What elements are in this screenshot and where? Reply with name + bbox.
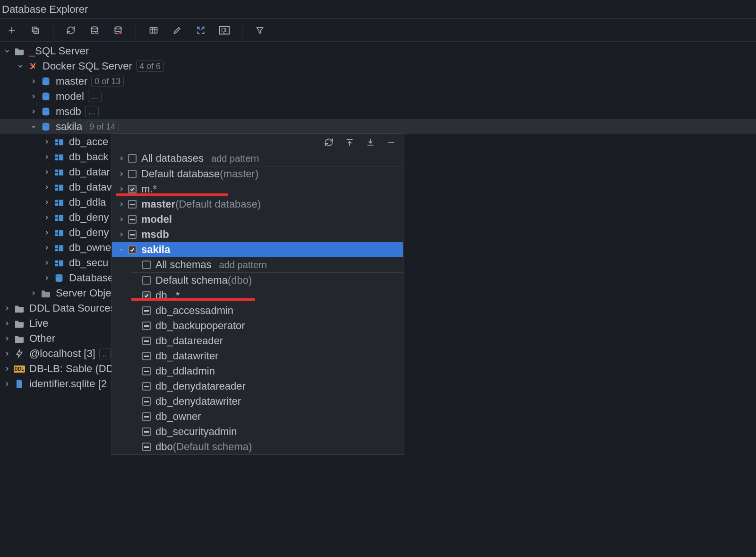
popup-row[interactable]: db_ddladmin xyxy=(112,364,403,379)
svg-point-6 xyxy=(115,26,121,29)
expand-arrow[interactable] xyxy=(29,77,38,86)
checkbox[interactable] xyxy=(128,215,137,224)
popup-row[interactable]: dbo (Default schema) xyxy=(112,439,403,454)
checkbox[interactable] xyxy=(142,382,151,391)
tree-row[interactable]: _SQL Server xyxy=(0,44,756,59)
tree-row[interactable]: master0 of 13 xyxy=(0,74,756,89)
svg-rect-41 xyxy=(55,230,58,233)
expand-arrow[interactable] xyxy=(29,122,38,131)
stack-refresh-icon[interactable] xyxy=(88,24,101,36)
add-pattern-link[interactable]: add pattern xyxy=(211,153,259,164)
expand-arrow[interactable] xyxy=(43,168,51,176)
popup-row[interactable]: msdb xyxy=(112,227,403,242)
popup-label: master xyxy=(141,198,175,210)
expand-arrow[interactable] xyxy=(117,186,126,192)
expand-arrow[interactable] xyxy=(43,198,51,207)
schema-icon xyxy=(53,151,65,163)
popup-row[interactable]: sakila xyxy=(112,242,403,257)
svg-rect-38 xyxy=(55,215,58,218)
checkbox[interactable] xyxy=(142,276,151,285)
expand-arrow[interactable] xyxy=(43,259,51,267)
refresh-icon[interactable] xyxy=(65,24,77,36)
expand-arrow[interactable] xyxy=(3,349,11,358)
collapse-all-icon[interactable] xyxy=(365,137,376,148)
table-icon[interactable] xyxy=(147,24,160,36)
duplicate-icon[interactable] xyxy=(29,24,42,36)
add-pattern-link[interactable]: add pattern xyxy=(219,260,267,270)
expand-arrow[interactable] xyxy=(117,216,126,223)
popup-row[interactable]: db_denydatawriter xyxy=(112,394,403,409)
expand-arrow[interactable] xyxy=(3,319,11,328)
new-datasource-icon[interactable] xyxy=(6,24,18,36)
expand-arrow[interactable] xyxy=(43,244,51,252)
checkbox[interactable] xyxy=(142,397,151,406)
checkbox[interactable] xyxy=(142,443,151,451)
refresh-icon[interactable] xyxy=(324,137,334,148)
expand-arrow[interactable] xyxy=(29,92,38,101)
expand-arrow[interactable] xyxy=(117,171,126,177)
popup-row[interactable]: db_backupoperator xyxy=(112,318,403,333)
expand-arrow[interactable] xyxy=(3,334,11,343)
sqlite-icon xyxy=(13,378,26,390)
expand-arrow[interactable] xyxy=(43,183,51,191)
popup-row[interactable]: db_datareader xyxy=(112,333,403,348)
expand-arrow[interactable] xyxy=(3,365,11,373)
popup-row[interactable]: db_datawriter xyxy=(112,348,403,364)
schema-icon xyxy=(53,226,65,239)
expand-arrow[interactable] xyxy=(43,213,51,222)
expand-arrow[interactable] xyxy=(3,304,11,313)
popup-row[interactable]: db_owner xyxy=(112,409,403,424)
checkbox[interactable] xyxy=(142,427,151,436)
checkbox[interactable] xyxy=(142,337,151,345)
expand-arrow[interactable] xyxy=(117,155,126,162)
popup-row[interactable]: master (Default database) xyxy=(112,197,403,212)
checkbox[interactable] xyxy=(128,245,137,254)
checkbox[interactable] xyxy=(128,170,137,178)
expand-arrow[interactable] xyxy=(3,47,11,55)
checkbox[interactable] xyxy=(142,322,151,330)
popup-row[interactable]: model xyxy=(112,212,403,227)
popup-row[interactable]: Default schema (dbo) xyxy=(112,273,403,288)
popup-label: db_securityadmin xyxy=(155,426,237,438)
checkbox[interactable] xyxy=(142,412,151,421)
folder-link-icon xyxy=(40,287,52,299)
checkbox[interactable] xyxy=(142,306,151,315)
expand-arrow[interactable] xyxy=(43,138,51,146)
filter-icon[interactable] xyxy=(254,24,266,36)
expand-arrow[interactable] xyxy=(117,246,126,253)
popup-row[interactable]: All databasesadd pattern xyxy=(112,151,403,166)
checkbox[interactable] xyxy=(128,230,137,239)
checkbox[interactable] xyxy=(128,200,137,209)
expand-arrow[interactable] xyxy=(43,153,51,161)
tree-row[interactable]: msdb... xyxy=(0,104,756,119)
popup-row[interactable]: db_securityadmin xyxy=(112,424,403,439)
expand-all-icon[interactable] xyxy=(344,137,355,148)
popup-row[interactable]: db_denydatareader xyxy=(112,379,403,394)
checkbox[interactable] xyxy=(128,185,137,193)
expand-arrow[interactable] xyxy=(43,228,51,237)
popup-row[interactable]: db_.* xyxy=(112,288,403,303)
ql-icon[interactable]: QL xyxy=(218,24,231,36)
popup-row[interactable]: db_accessadmin xyxy=(112,303,403,318)
expand-arrow[interactable] xyxy=(43,274,51,282)
checkbox[interactable] xyxy=(142,261,151,269)
compress-icon[interactable] xyxy=(195,24,207,36)
tree-row[interactable]: model... xyxy=(0,89,756,104)
edit-icon[interactable] xyxy=(171,24,183,36)
expand-arrow[interactable] xyxy=(117,201,126,208)
popup-row[interactable]: Default database (master) xyxy=(112,166,403,182)
expand-arrow[interactable] xyxy=(29,107,38,116)
minimize-icon[interactable] xyxy=(386,137,396,148)
tree-row[interactable]: sakila9 of 14 xyxy=(0,119,756,134)
checkbox[interactable] xyxy=(128,154,137,163)
annotation-redline xyxy=(116,193,228,196)
stack-stop-icon[interactable] xyxy=(112,24,124,36)
expand-arrow[interactable] xyxy=(29,289,38,297)
tree-row[interactable]: Docker SQL Server4 of 6 xyxy=(0,59,756,74)
expand-arrow[interactable] xyxy=(16,62,25,70)
checkbox[interactable] xyxy=(142,352,151,360)
expand-arrow[interactable] xyxy=(3,380,11,388)
popup-row[interactable]: All schemasadd pattern xyxy=(112,257,403,272)
checkbox[interactable] xyxy=(142,367,151,375)
expand-arrow[interactable] xyxy=(117,231,126,238)
